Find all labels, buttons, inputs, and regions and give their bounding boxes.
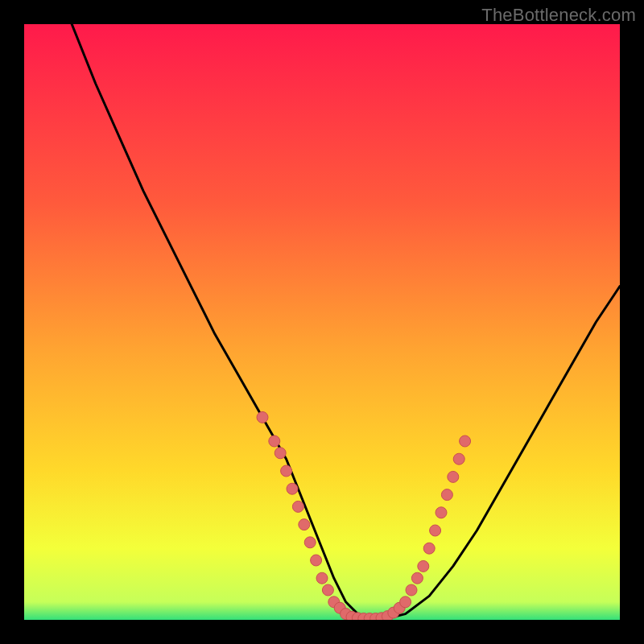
data-point	[441, 489, 452, 501]
data-point	[411, 572, 423, 584]
chart-frame: TheBottleneck.com	[0, 0, 644, 644]
data-point	[423, 543, 435, 554]
data-point	[292, 501, 303, 512]
data-point	[281, 465, 292, 477]
data-point	[299, 519, 310, 530]
data-point	[287, 483, 298, 494]
data-point	[304, 537, 316, 548]
curve-layer	[24, 24, 620, 620]
data-point	[460, 436, 471, 447]
bottleneck-curve	[72, 24, 620, 620]
data-point	[275, 448, 286, 459]
data-points	[257, 411, 471, 620]
data-point	[406, 584, 417, 596]
data-point	[269, 436, 280, 447]
data-point	[448, 471, 459, 482]
data-point	[436, 507, 447, 518]
watermark-text: TheBottleneck.com	[481, 5, 636, 26]
data-point	[418, 560, 429, 572]
data-point	[400, 597, 411, 608]
data-point	[453, 453, 464, 464]
data-point	[311, 555, 322, 566]
data-point	[316, 572, 328, 584]
data-point	[430, 525, 441, 536]
plot-area	[24, 24, 620, 620]
data-point	[257, 411, 268, 423]
data-point	[322, 584, 333, 596]
